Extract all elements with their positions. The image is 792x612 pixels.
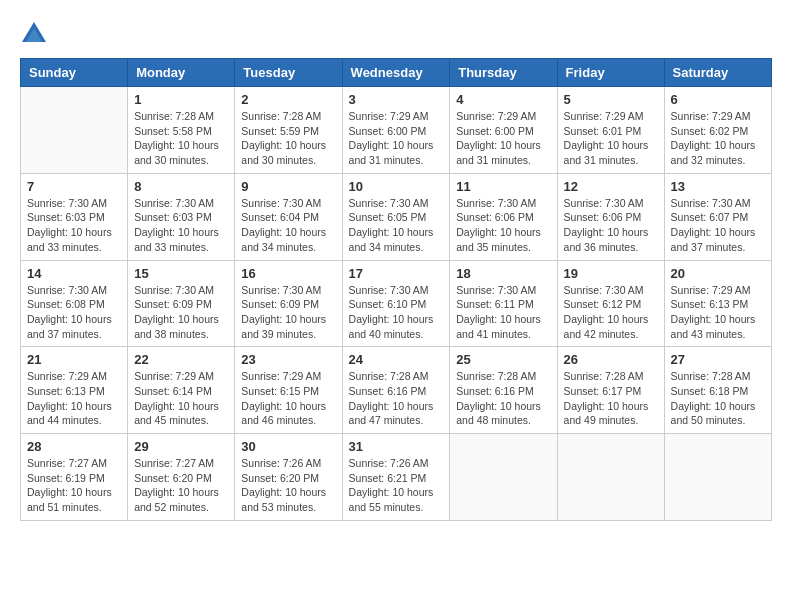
- day-number: 17: [349, 266, 444, 281]
- day-number: 12: [564, 179, 658, 194]
- calendar-cell: [557, 434, 664, 521]
- header-wednesday: Wednesday: [342, 59, 450, 87]
- day-info: Sunrise: 7:30 AM Sunset: 6:12 PM Dayligh…: [564, 283, 658, 342]
- day-info: Sunrise: 7:30 AM Sunset: 6:06 PM Dayligh…: [456, 196, 550, 255]
- day-info: Sunrise: 7:28 AM Sunset: 6:16 PM Dayligh…: [456, 369, 550, 428]
- day-info: Sunrise: 7:30 AM Sunset: 6:07 PM Dayligh…: [671, 196, 765, 255]
- day-number: 10: [349, 179, 444, 194]
- day-number: 27: [671, 352, 765, 367]
- calendar-cell: 26Sunrise: 7:28 AM Sunset: 6:17 PM Dayli…: [557, 347, 664, 434]
- logo: [20, 20, 52, 48]
- calendar-cell: 20Sunrise: 7:29 AM Sunset: 6:13 PM Dayli…: [664, 260, 771, 347]
- header-monday: Monday: [128, 59, 235, 87]
- calendar-cell: 28Sunrise: 7:27 AM Sunset: 6:19 PM Dayli…: [21, 434, 128, 521]
- day-number: 9: [241, 179, 335, 194]
- calendar-cell: 11Sunrise: 7:30 AM Sunset: 6:06 PM Dayli…: [450, 173, 557, 260]
- day-info: Sunrise: 7:30 AM Sunset: 6:05 PM Dayligh…: [349, 196, 444, 255]
- calendar-table: SundayMondayTuesdayWednesdayThursdayFrid…: [20, 58, 772, 521]
- calendar-week-1: 1Sunrise: 7:28 AM Sunset: 5:58 PM Daylig…: [21, 87, 772, 174]
- day-info: Sunrise: 7:26 AM Sunset: 6:21 PM Dayligh…: [349, 456, 444, 515]
- logo-icon: [20, 20, 48, 48]
- day-info: Sunrise: 7:30 AM Sunset: 6:04 PM Dayligh…: [241, 196, 335, 255]
- day-number: 22: [134, 352, 228, 367]
- calendar-cell: 12Sunrise: 7:30 AM Sunset: 6:06 PM Dayli…: [557, 173, 664, 260]
- day-number: 24: [349, 352, 444, 367]
- day-info: Sunrise: 7:29 AM Sunset: 6:01 PM Dayligh…: [564, 109, 658, 168]
- day-number: 13: [671, 179, 765, 194]
- day-info: Sunrise: 7:30 AM Sunset: 6:03 PM Dayligh…: [27, 196, 121, 255]
- day-info: Sunrise: 7:28 AM Sunset: 5:59 PM Dayligh…: [241, 109, 335, 168]
- day-info: Sunrise: 7:27 AM Sunset: 6:20 PM Dayligh…: [134, 456, 228, 515]
- day-info: Sunrise: 7:29 AM Sunset: 6:13 PM Dayligh…: [27, 369, 121, 428]
- calendar-cell: 18Sunrise: 7:30 AM Sunset: 6:11 PM Dayli…: [450, 260, 557, 347]
- day-number: 25: [456, 352, 550, 367]
- calendar-cell: 17Sunrise: 7:30 AM Sunset: 6:10 PM Dayli…: [342, 260, 450, 347]
- day-number: 30: [241, 439, 335, 454]
- day-number: 18: [456, 266, 550, 281]
- calendar-cell: 8Sunrise: 7:30 AM Sunset: 6:03 PM Daylig…: [128, 173, 235, 260]
- day-number: 19: [564, 266, 658, 281]
- day-number: 15: [134, 266, 228, 281]
- day-number: 21: [27, 352, 121, 367]
- calendar-cell: 23Sunrise: 7:29 AM Sunset: 6:15 PM Dayli…: [235, 347, 342, 434]
- header-thursday: Thursday: [450, 59, 557, 87]
- calendar-cell: 14Sunrise: 7:30 AM Sunset: 6:08 PM Dayli…: [21, 260, 128, 347]
- day-number: 6: [671, 92, 765, 107]
- day-number: 23: [241, 352, 335, 367]
- calendar-cell: 29Sunrise: 7:27 AM Sunset: 6:20 PM Dayli…: [128, 434, 235, 521]
- day-info: Sunrise: 7:26 AM Sunset: 6:20 PM Dayligh…: [241, 456, 335, 515]
- day-number: 14: [27, 266, 121, 281]
- header-tuesday: Tuesday: [235, 59, 342, 87]
- calendar-cell: 4Sunrise: 7:29 AM Sunset: 6:00 PM Daylig…: [450, 87, 557, 174]
- page-header: [20, 20, 772, 48]
- day-info: Sunrise: 7:28 AM Sunset: 6:16 PM Dayligh…: [349, 369, 444, 428]
- day-number: 5: [564, 92, 658, 107]
- day-number: 28: [27, 439, 121, 454]
- calendar-cell: [664, 434, 771, 521]
- header-sunday: Sunday: [21, 59, 128, 87]
- calendar-cell: 10Sunrise: 7:30 AM Sunset: 6:05 PM Dayli…: [342, 173, 450, 260]
- calendar-cell: 5Sunrise: 7:29 AM Sunset: 6:01 PM Daylig…: [557, 87, 664, 174]
- day-info: Sunrise: 7:29 AM Sunset: 6:02 PM Dayligh…: [671, 109, 765, 168]
- day-info: Sunrise: 7:29 AM Sunset: 6:00 PM Dayligh…: [456, 109, 550, 168]
- day-number: 16: [241, 266, 335, 281]
- calendar-cell: [21, 87, 128, 174]
- calendar-cell: 21Sunrise: 7:29 AM Sunset: 6:13 PM Dayli…: [21, 347, 128, 434]
- calendar-cell: 1Sunrise: 7:28 AM Sunset: 5:58 PM Daylig…: [128, 87, 235, 174]
- calendar-header-row: SundayMondayTuesdayWednesdayThursdayFrid…: [21, 59, 772, 87]
- day-info: Sunrise: 7:29 AM Sunset: 6:14 PM Dayligh…: [134, 369, 228, 428]
- calendar-cell: [450, 434, 557, 521]
- day-number: 31: [349, 439, 444, 454]
- calendar-cell: 30Sunrise: 7:26 AM Sunset: 6:20 PM Dayli…: [235, 434, 342, 521]
- day-number: 8: [134, 179, 228, 194]
- day-info: Sunrise: 7:29 AM Sunset: 6:15 PM Dayligh…: [241, 369, 335, 428]
- day-info: Sunrise: 7:30 AM Sunset: 6:08 PM Dayligh…: [27, 283, 121, 342]
- day-number: 4: [456, 92, 550, 107]
- calendar-cell: 27Sunrise: 7:28 AM Sunset: 6:18 PM Dayli…: [664, 347, 771, 434]
- day-number: 1: [134, 92, 228, 107]
- day-number: 7: [27, 179, 121, 194]
- calendar-cell: 31Sunrise: 7:26 AM Sunset: 6:21 PM Dayli…: [342, 434, 450, 521]
- calendar-week-5: 28Sunrise: 7:27 AM Sunset: 6:19 PM Dayli…: [21, 434, 772, 521]
- calendar-cell: 15Sunrise: 7:30 AM Sunset: 6:09 PM Dayli…: [128, 260, 235, 347]
- day-number: 20: [671, 266, 765, 281]
- calendar-cell: 9Sunrise: 7:30 AM Sunset: 6:04 PM Daylig…: [235, 173, 342, 260]
- calendar-cell: 24Sunrise: 7:28 AM Sunset: 6:16 PM Dayli…: [342, 347, 450, 434]
- calendar-week-2: 7Sunrise: 7:30 AM Sunset: 6:03 PM Daylig…: [21, 173, 772, 260]
- day-number: 26: [564, 352, 658, 367]
- day-info: Sunrise: 7:30 AM Sunset: 6:09 PM Dayligh…: [241, 283, 335, 342]
- calendar-week-3: 14Sunrise: 7:30 AM Sunset: 6:08 PM Dayli…: [21, 260, 772, 347]
- day-number: 11: [456, 179, 550, 194]
- calendar-cell: 13Sunrise: 7:30 AM Sunset: 6:07 PM Dayli…: [664, 173, 771, 260]
- day-info: Sunrise: 7:29 AM Sunset: 6:13 PM Dayligh…: [671, 283, 765, 342]
- day-info: Sunrise: 7:30 AM Sunset: 6:09 PM Dayligh…: [134, 283, 228, 342]
- day-info: Sunrise: 7:30 AM Sunset: 6:10 PM Dayligh…: [349, 283, 444, 342]
- day-info: Sunrise: 7:27 AM Sunset: 6:19 PM Dayligh…: [27, 456, 121, 515]
- day-info: Sunrise: 7:28 AM Sunset: 6:17 PM Dayligh…: [564, 369, 658, 428]
- header-saturday: Saturday: [664, 59, 771, 87]
- day-number: 29: [134, 439, 228, 454]
- header-friday: Friday: [557, 59, 664, 87]
- day-info: Sunrise: 7:28 AM Sunset: 5:58 PM Dayligh…: [134, 109, 228, 168]
- day-info: Sunrise: 7:28 AM Sunset: 6:18 PM Dayligh…: [671, 369, 765, 428]
- day-number: 3: [349, 92, 444, 107]
